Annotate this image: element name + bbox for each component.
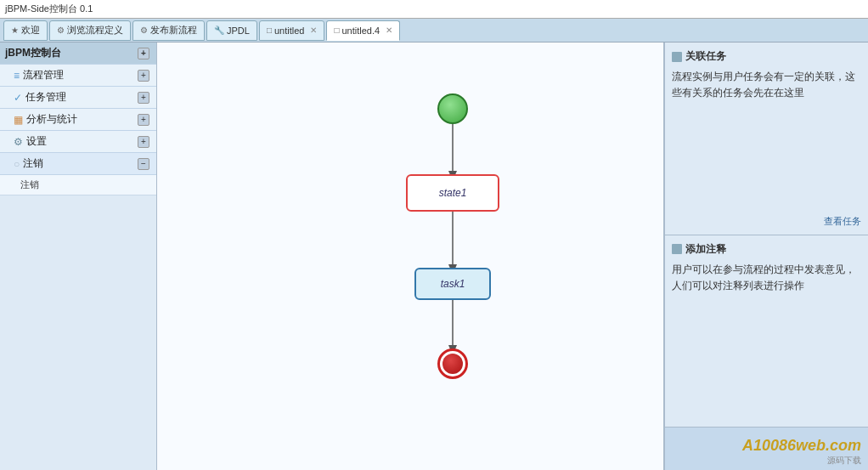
- tab-label-jpdl: JPDL: [227, 25, 250, 36]
- title-bar: jBPM-Side控制台 0.1: [0, 0, 868, 19]
- tab-untitled4[interactable]: □untitled.4✕: [326, 20, 400, 41]
- sidebar-label-task-mgmt: 任务管理: [25, 90, 66, 105]
- watermark-line1: A10086web.com: [742, 437, 861, 455]
- sidebar-badge-analysis[interactable]: +: [138, 114, 149, 126]
- related-tasks-header: 关联任务: [672, 49, 861, 64]
- sidebar-item-flow-mgmt[interactable]: ≡流程管理+: [0, 65, 156, 87]
- add-comment-section: 添加注释 用户可以在参与流程的过程中发表意见，人们可以对注释列表进行操作: [665, 235, 868, 428]
- chart-icon: ▦: [14, 114, 23, 126]
- canvas-scroll[interactable]: state1 task1: [157, 42, 663, 470]
- sidebar-item-settings[interactable]: ⚙设置+: [0, 131, 156, 153]
- gear-icon: ⚙: [14, 136, 23, 148]
- tab-welcome[interactable]: ★欢迎: [3, 20, 48, 41]
- right-panel: 关联任务 流程实例与用户任务会有一定的关联，这些有关系的任务会先在在这里 查看任…: [664, 42, 868, 470]
- gear-icon: ⚙: [57, 25, 65, 35]
- tab-publish-flow[interactable]: ⚙发布新流程: [132, 20, 205, 41]
- add-comment-icon: [672, 244, 682, 254]
- sidebar-label-logout: 注销: [23, 156, 43, 171]
- tab-untitled[interactable]: □untitled✕: [259, 20, 325, 41]
- logout-icon: ○: [14, 158, 20, 170]
- watermark: A10086web.com 源码下载: [665, 428, 868, 470]
- sidebar-badge-settings[interactable]: +: [138, 136, 149, 148]
- related-tasks-title: 关联任务: [685, 49, 726, 64]
- tab-bar: ★欢迎⚙浏览流程定义⚙发布新流程🔧JPDL□untitled✕□untitled…: [0, 19, 868, 42]
- sidebar-item-analysis[interactable]: ▦分析与统计+: [0, 109, 156, 131]
- related-tasks-body: 流程实例与用户任务会有一定的关联，这些有关系的任务会先在在这里: [672, 69, 861, 212]
- end-node-inner: [442, 354, 463, 374]
- tab-label-welcome: 欢迎: [21, 24, 40, 37]
- flow-icon: ≡: [14, 70, 20, 82]
- diagram-svg: [157, 42, 663, 450]
- sidebar-badge-logout[interactable]: −: [138, 158, 149, 170]
- task-icon: ✓: [14, 92, 22, 104]
- tab-label-untitled4: untitled.4: [341, 25, 380, 36]
- main-layout: jBPM控制台+≡流程管理+✓任务管理+▦分析与统计+⚙设置+○注销−注销: [0, 42, 868, 470]
- sidebar-label-flow-mgmt: 流程管理: [23, 68, 64, 82]
- state-node[interactable]: state1: [406, 174, 499, 212]
- sidebar-label-analysis: 分析与统计: [26, 112, 77, 127]
- tab-close-untitled[interactable]: ✕: [310, 25, 317, 35]
- gear-icon: ⚙: [140, 25, 148, 35]
- tab-label-untitled: untitled: [274, 25, 304, 36]
- app-title: jBPM-Side控制台 0.1: [5, 3, 93, 15]
- sidebar-item-task-mgmt[interactable]: ✓任务管理+: [0, 87, 156, 109]
- sidebar: jBPM控制台+≡流程管理+✓任务管理+▦分析与统计+⚙设置+○注销−注销: [0, 42, 157, 470]
- sidebar-label-settings: 设置: [26, 134, 47, 149]
- task-node-label: task1: [441, 278, 465, 290]
- add-comment-title: 添加注释: [685, 242, 726, 257]
- star-icon: ★: [11, 25, 19, 35]
- end-node[interactable]: [437, 348, 468, 379]
- sidebar-header-add[interactable]: +: [138, 48, 149, 59]
- doc-icon: □: [334, 25, 339, 35]
- add-comment-header: 添加注释: [672, 242, 861, 257]
- tab-label-browse-flow: 浏览流程定义: [67, 24, 123, 37]
- state-node-label: state1: [439, 187, 467, 199]
- sidebar-badge-task-mgmt[interactable]: +: [138, 92, 149, 104]
- sidebar-sub-logout-sub[interactable]: 注销: [0, 175, 156, 195]
- wrench-icon: 🔧: [214, 25, 224, 35]
- sidebar-item-logout[interactable]: ○注销−: [0, 153, 156, 175]
- tab-close-untitled4[interactable]: ✕: [386, 25, 392, 35]
- start-node[interactable]: [437, 93, 468, 124]
- task-node[interactable]: task1: [414, 268, 491, 300]
- canvas-area[interactable]: state1 task1: [157, 42, 664, 470]
- tab-browse-flow[interactable]: ⚙浏览流程定义: [49, 20, 131, 41]
- sidebar-header: jBPM控制台+: [0, 42, 156, 65]
- doc-icon: □: [267, 25, 272, 35]
- add-comment-body: 用户可以在参与流程的过程中发表意见，人们可以对注释列表进行操作: [672, 262, 861, 421]
- tab-jpdl[interactable]: 🔧JPDL: [206, 20, 257, 41]
- sidebar-header-label: jBPM控制台: [5, 46, 61, 60]
- related-tasks-section: 关联任务 流程实例与用户任务会有一定的关联，这些有关系的任务会先在在这里 查看任…: [665, 42, 868, 235]
- canvas-inner: state1 task1: [157, 42, 663, 450]
- watermark-line2: 源码下载: [742, 455, 861, 467]
- related-tasks-icon: [672, 52, 682, 62]
- view-tasks-link[interactable]: 查看任务: [672, 212, 861, 228]
- sidebar-badge-flow-mgmt[interactable]: +: [138, 70, 149, 82]
- tab-label-publish-flow: 发布新流程: [150, 24, 197, 37]
